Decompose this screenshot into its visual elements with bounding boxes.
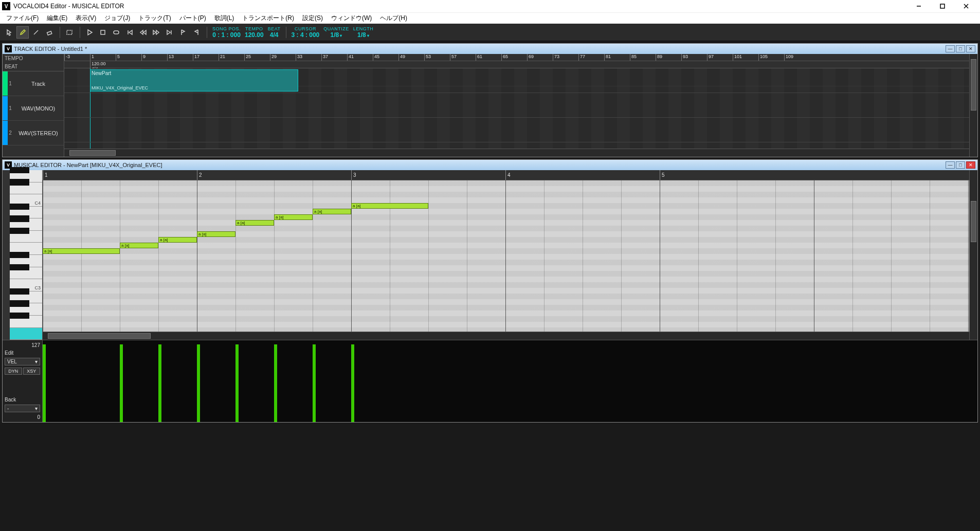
tool-line[interactable] — [30, 26, 42, 39]
note[interactable]: a [a]∿∿∿∿∿∿∿∿∿∿∿∿∿∿∿∿∿∿∿∿ — [43, 248, 120, 254]
velocity-bar[interactable] — [120, 344, 123, 422]
tool-region[interactable] — [63, 26, 76, 39]
piano-key[interactable] — [10, 231, 42, 243]
transport-rewind[interactable] — [137, 26, 149, 39]
menu-item[interactable]: 編集(E) — [43, 13, 71, 24]
window-close-button[interactable] — [954, 0, 978, 12]
track-clip[interactable]: NewPartMIKU_V4X_Original_EVEC — [90, 69, 298, 91]
tempo-strip[interactable]: 120.00 4/4 — [64, 61, 969, 68]
menu-item[interactable]: トランスポート(R) — [238, 13, 298, 24]
piano-key[interactable] — [10, 182, 42, 195]
piano-black-key[interactable] — [10, 179, 29, 185]
menu-item[interactable]: ファイル(F) — [2, 13, 43, 24]
tool-eraser[interactable] — [43, 26, 56, 39]
track-editor-header[interactable]: V TRACK EDITOR - Untitled1 * — □ ✕ — [3, 44, 977, 54]
track-lane[interactable] — [64, 93, 969, 118]
window-maximize-button[interactable] — [931, 0, 954, 12]
piano-black-key[interactable] — [10, 228, 29, 234]
track-vscrollbar[interactable] — [969, 54, 977, 157]
pianoroll-ruler[interactable]: 12345 — [43, 170, 969, 180]
note[interactable]: a [a]∿∿∿∿∿∿∿∿∿∿∿∿∿∿∿∿∿∿∿∿ — [120, 243, 158, 248]
panel-minimize-button[interactable]: — — [946, 45, 955, 52]
menu-item[interactable]: ヘルプ(H) — [376, 13, 411, 24]
info-tempo[interactable]: TEMPO 120.00 — [245, 26, 264, 39]
menu-item[interactable]: ジョブ(J) — [100, 13, 134, 24]
transport-end[interactable] — [164, 26, 176, 39]
piano-black-key[interactable] — [10, 167, 29, 173]
note[interactable]: a [a]∿∿∿∿∿∿∿∿∿∿∿∿∿∿∿∿∿∿∿∿ — [351, 203, 428, 209]
menu-item[interactable]: ウィンドウ(W) — [327, 13, 376, 24]
note[interactable]: a [a]∿∿∿∿∿∿∿∿∿∿∿∿∿∿∿∿∿∿∿∿ — [197, 231, 235, 237]
track-lane[interactable]: NewPartMIKU_V4X_Original_EVEC — [64, 68, 969, 93]
velocity-bar[interactable] — [313, 344, 316, 422]
velocity-bar[interactable] — [274, 344, 277, 422]
menu-item[interactable]: トラック(T) — [134, 13, 175, 24]
track-header-row[interactable]: 1WAV(MONO) — [3, 96, 64, 121]
panel-maximize-button[interactable]: □ — [956, 45, 965, 52]
menu-item[interactable]: 設定(S) — [298, 13, 327, 24]
panel-close-button[interactable]: ✕ — [966, 161, 975, 169]
pianoroll-hscroll-thumb[interactable] — [48, 333, 151, 339]
piano-black-key[interactable] — [10, 252, 29, 258]
track-header-row[interactable]: 1Track — [3, 71, 64, 96]
piano-black-key[interactable] — [10, 215, 29, 222]
info-song-pos[interactable]: SONG POS. 0 : 1 : 000 — [212, 26, 241, 39]
info-beat[interactable]: BEAT 4/4 — [268, 26, 281, 39]
track-hscroll-thumb[interactable] — [69, 150, 116, 156]
pianoroll-vscrollbar[interactable] — [969, 170, 977, 340]
vel-back-select[interactable]: -▾ — [5, 405, 40, 412]
piano-black-key[interactable] — [10, 313, 29, 319]
transport-marker-end[interactable] — [190, 26, 203, 39]
panel-minimize-button[interactable]: — — [946, 161, 955, 169]
transport-stop[interactable] — [97, 26, 109, 39]
piano-key[interactable] — [10, 267, 42, 280]
tool-pencil[interactable] — [16, 26, 29, 39]
track-header-row[interactable]: 2WAV(STEREO) — [3, 121, 64, 145]
note[interactable]: a [a]∿∿∿∿∿∿∿∿∿∿∿∿∿∿∿∿∿∿∿∿ — [274, 214, 313, 220]
track-lane[interactable] — [64, 118, 969, 142]
track-lanes[interactable]: NewPartMIKU_V4X_Original_EVEC — [64, 68, 969, 149]
piano-keyboard[interactable]: C4C3 — [3, 170, 43, 340]
menu-item[interactable]: 歌詞(L) — [210, 13, 239, 24]
track-vscroll-thumb[interactable] — [971, 59, 976, 111]
velocity-bar[interactable] — [235, 344, 239, 422]
vel-param-select[interactable]: VEL▾ — [5, 358, 40, 365]
velocity-bar[interactable] — [43, 344, 46, 422]
track-hscrollbar[interactable] — [64, 149, 969, 157]
transport-start[interactable] — [123, 26, 136, 39]
piano-black-key[interactable] — [10, 264, 29, 270]
piano-black-key[interactable] — [10, 204, 29, 210]
velocity-bar[interactable] — [158, 344, 161, 422]
piano-key[interactable] — [10, 328, 42, 340]
menu-item[interactable]: 表示(V) — [71, 13, 100, 24]
info-length[interactable]: LENGTH 1/8 — [353, 26, 374, 39]
pianoroll-grid[interactable]: a [a]∿∿∿∿∿∿∿∿∿∿∿∿∿∿∿∿∿∿∿∿a [a]∿∿∿∿∿∿∿∿∿∿… — [43, 180, 969, 332]
velocity-graph[interactable] — [43, 340, 977, 422]
velocity-bar[interactable] — [197, 344, 200, 422]
transport-forward[interactable] — [150, 26, 162, 39]
pianoroll-vscroll-thumb[interactable] — [971, 201, 976, 242]
menu-item[interactable]: パート(P) — [175, 13, 210, 24]
panel-maximize-button[interactable]: □ — [956, 161, 965, 169]
transport-loop[interactable] — [110, 26, 122, 39]
piano-black-key[interactable] — [10, 300, 29, 306]
panel-close-button[interactable]: ✕ — [966, 45, 975, 52]
play-icon — [86, 29, 93, 36]
tool-arrow[interactable] — [3, 26, 15, 39]
pianoroll-hscrollbar[interactable] — [43, 332, 969, 340]
musical-editor-header[interactable]: V MUSICAL EDITOR - NewPart [MIKU_V4X_Ori… — [3, 160, 977, 170]
note[interactable]: a [a]∿∿∿∿∿∿∿∿∿∿∿∿∿∿∿∿∿∿∿∿ — [235, 220, 274, 226]
note[interactable]: a [a]∿∿∿∿∿∿∿∿∿∿∿∿∿∿∿∿∿∿∿∿ — [313, 209, 351, 214]
piano-black-key[interactable] — [10, 288, 29, 295]
track-ruler[interactable]: -315913172125293337414549535761656973778… — [64, 54, 969, 61]
velocity-bar[interactable] — [351, 344, 354, 422]
info-quantize[interactable]: QUANTIZE 1/8 — [323, 26, 349, 39]
transport-marker[interactable] — [177, 26, 189, 39]
vel-dyn-button[interactable]: DYN — [5, 368, 22, 375]
info-cursor[interactable]: CURSOR 3 : 4 : 000 — [292, 26, 320, 39]
transport-play[interactable] — [83, 26, 96, 39]
note[interactable]: a [a]∿∿∿∿∿∿∿∿∿∿∿∿∿∿∿∿∿∿∿∿ — [158, 237, 197, 243]
vel-xsy-button[interactable]: XSY — [23, 368, 41, 375]
window-minimize-button[interactable] — [907, 0, 931, 12]
piano-key[interactable] — [10, 316, 42, 328]
